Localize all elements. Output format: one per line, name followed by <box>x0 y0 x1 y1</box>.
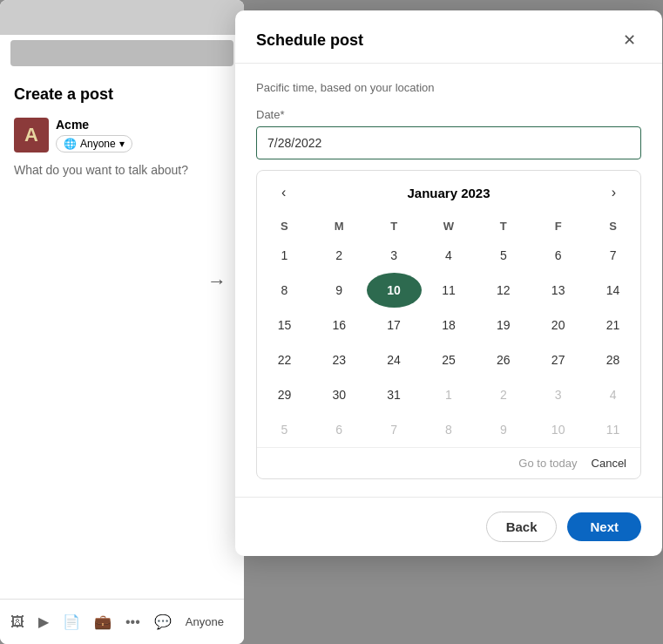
bottom-toolbar: 🖼 ▶ 📄 💼 ••• 💬 Anyone Post <box>0 599 244 644</box>
calendar-day[interactable]: 1 <box>257 238 312 273</box>
create-post-title: Create a post <box>14 85 230 104</box>
calendar-day[interactable]: 4 <box>422 238 477 273</box>
calendar-day[interactable]: 26 <box>476 342 531 377</box>
day-header-tue: T <box>367 214 422 238</box>
chevron-down-icon: ▾ <box>119 138 125 150</box>
day-header-thu: T <box>476 214 531 238</box>
calendar-day[interactable]: 29 <box>257 377 312 412</box>
calendar-day: 1 <box>422 377 477 412</box>
day-header-fri: F <box>531 214 585 238</box>
calendar-grid: S M T W T F S 12345678910111213141516171… <box>257 214 640 447</box>
day-header-mon: M <box>312 214 367 238</box>
secondary-bar <box>10 40 233 66</box>
calendar: ‹ January 2023 › S M T W T F S <box>256 170 641 479</box>
create-post-body: Create a post A Acme 🌐 Anyone ▾ What do … <box>0 71 244 201</box>
calendar-day[interactable]: 20 <box>531 308 585 342</box>
calendar-day[interactable]: 14 <box>585 273 640 308</box>
date-input[interactable] <box>256 126 641 159</box>
calendar-day: 11 <box>585 412 640 447</box>
calendar-day: 3 <box>531 377 585 412</box>
schedule-post-modal: Schedule post ✕ Pacific time, based on y… <box>235 10 662 556</box>
go-to-today-button[interactable]: Go to today <box>518 457 577 470</box>
globe-icon: 🌐 <box>64 138 77 150</box>
avatar: A <box>14 118 49 153</box>
next-month-button[interactable]: › <box>605 181 623 204</box>
calendar-day[interactable]: 13 <box>531 273 585 308</box>
calendar-day: 9 <box>476 412 531 447</box>
calendar-day[interactable]: 9 <box>312 273 367 308</box>
audience-label: Anyone <box>80 138 116 150</box>
calendar-day[interactable]: 25 <box>422 342 477 377</box>
calendar-day[interactable]: 12 <box>476 273 531 308</box>
calendar-day[interactable]: 3 <box>367 238 422 273</box>
calendar-day: 2 <box>476 377 531 412</box>
calendar-day[interactable]: 18 <box>422 308 477 342</box>
user-info: Acme 🌐 Anyone ▾ <box>56 118 132 153</box>
prev-month-button[interactable]: ‹ <box>274 181 293 204</box>
user-row: A Acme 🌐 Anyone ▾ <box>14 118 230 153</box>
calendar-day: 10 <box>531 412 585 447</box>
user-name: Acme <box>56 118 132 132</box>
close-button[interactable]: ✕ <box>617 28 641 52</box>
modal-header: Schedule post ✕ <box>235 10 662 64</box>
calendar-day[interactable]: 23 <box>312 342 367 377</box>
top-bar <box>0 0 244 35</box>
calendar-day[interactable]: 5 <box>476 238 531 273</box>
document-icon[interactable]: 📄 <box>63 613 80 630</box>
calendar-day[interactable]: 15 <box>257 308 312 342</box>
bottom-anyone-label: Anyone <box>186 615 224 628</box>
calendar-actions: Go to today Cancel <box>257 447 640 478</box>
calendar-day[interactable]: 24 <box>367 342 422 377</box>
day-header-sat: S <box>585 214 640 238</box>
modal-footer: Back Next <box>235 497 662 556</box>
month-label: January 2023 <box>407 186 490 200</box>
video-icon[interactable]: ▶ <box>38 613 49 630</box>
calendar-day: 5 <box>257 412 312 447</box>
image-icon[interactable]: 🖼 <box>10 614 24 630</box>
post-placeholder: What do you want to talk about? <box>14 163 230 177</box>
date-field-label: Date* <box>256 108 641 121</box>
calendar-day[interactable]: 28 <box>585 342 640 377</box>
day-header-wed: W <box>422 214 477 238</box>
audience-button[interactable]: 🌐 Anyone ▾ <box>56 135 132 153</box>
calendar-day[interactable]: 27 <box>531 342 585 377</box>
next-button[interactable]: Next <box>567 512 641 541</box>
day-header-sun: S <box>257 214 312 238</box>
calendar-day[interactable]: 30 <box>312 377 367 412</box>
required-indicator: * <box>280 108 284 121</box>
calendar-cancel-button[interactable]: Cancel <box>592 457 626 470</box>
comment-icon[interactable]: 💬 <box>154 613 172 630</box>
calendar-day: 8 <box>422 412 477 447</box>
calendar-day[interactable]: 31 <box>367 377 422 412</box>
calendar-day[interactable]: 16 <box>312 308 367 342</box>
back-button[interactable]: Back <box>486 512 558 542</box>
calendar-day: 6 <box>312 412 367 447</box>
calendar-day: 7 <box>367 412 422 447</box>
job-icon[interactable]: 💼 <box>94 613 112 630</box>
calendar-day: 4 <box>585 377 640 412</box>
calendar-day[interactable]: 7 <box>585 238 640 273</box>
calendar-header: ‹ January 2023 › <box>257 171 640 214</box>
calendar-day[interactable]: 6 <box>531 238 585 273</box>
timezone-label: Pacific time, based on your location <box>256 81 641 94</box>
calendar-day[interactable]: 11 <box>422 273 477 308</box>
more-icon[interactable]: ••• <box>125 614 140 630</box>
calendar-day[interactable]: 22 <box>257 342 312 377</box>
calendar-day[interactable]: 21 <box>585 308 640 342</box>
calendar-day[interactable]: 8 <box>257 273 312 308</box>
modal-body: Pacific time, based on your location Dat… <box>235 64 662 497</box>
calendar-day[interactable]: 10 <box>367 273 422 308</box>
calendar-day[interactable]: 2 <box>312 238 367 273</box>
right-arrow-icon: → <box>207 270 227 293</box>
modal-title: Schedule post <box>256 31 363 50</box>
calendar-day[interactable]: 17 <box>367 308 422 342</box>
create-post-panel: Create a post A Acme 🌐 Anyone ▾ What do … <box>0 0 244 644</box>
calendar-day[interactable]: 19 <box>476 308 531 342</box>
